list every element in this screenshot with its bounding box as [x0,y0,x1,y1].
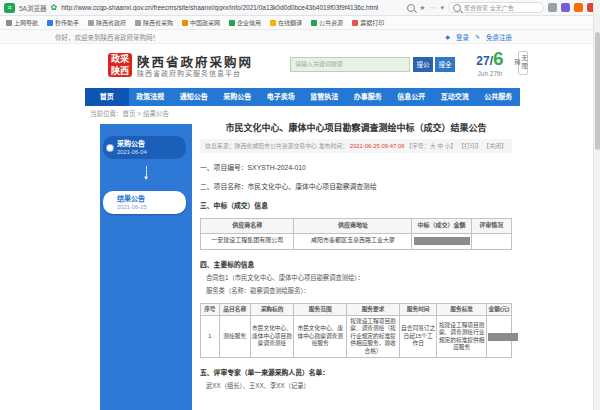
review-cell [471,234,511,249]
nav-item[interactable]: 信息公开 [390,88,434,106]
timeline-step-label: 采购公告 [117,139,182,148]
nav-item[interactable]: 互动交流 [433,88,477,106]
site-logo-text2: 陕西 [108,65,132,77]
accessibility-toggle[interactable]: 无障碍 [518,51,528,75]
timeline-step-result-notice[interactable]: 结果公告 2021-06-25 [103,191,186,214]
section-project-number: 一、项目编号：SXYSTH-2024-010 [200,162,512,172]
nav-item[interactable]: 政策法规 [129,88,173,106]
browser-logo-icon[interactable]: ≡ [4,3,15,13]
bookmark-item[interactable]: 企业信用 [229,18,261,27]
nav-item[interactable]: 电子卖场 [259,88,303,106]
site-search-input[interactable]: 请输入关键词搜索 [290,57,410,72]
font-size-control[interactable]: 【字号：大 中 小】 [406,143,456,149]
nav-item[interactable]: 监管执法 [303,88,347,106]
register-link[interactable]: 免费注册 [486,32,512,42]
nav-item[interactable]: 通知公告 [172,88,216,106]
bookmark-label: 在线翻译 [278,18,302,27]
subject-table-header-cell: 金额(元) [487,303,512,315]
site-logo-text1: 政采 [108,53,132,65]
meta-time-label: 发布时间： [319,143,348,149]
scrollbar-thumb[interactable] [595,32,600,150]
bookmark-item[interactable]: 秒传助手 [47,18,79,27]
url-bar[interactable]: http://www.ccgp-shaanxi.gov.cn/freecms/s… [61,4,403,11]
subject-table-header-cell: 服务范围 [294,303,347,315]
dropdown-chevron-icon[interactable]: ▾ [440,4,444,12]
extension-orange-icon[interactable] [574,3,583,12]
site-header: 政采 陕西 陕西省政府采购网 陕西省政府购买服务信息平台 请输入关键词搜索 搜公… [85,44,520,88]
contract-package-line: 合同包1（市民文化中心、康体中心项目勘察调查测绘）： [200,273,512,282]
bookmark-favicon [311,20,317,26]
user-icon: ◆ [445,33,450,40]
bookmark-item[interactable]: 公共资源 [311,18,343,27]
award-table-header-cell: 供应商地址 [294,219,412,234]
bookmark-label: 公共资源 [319,18,343,27]
bookmark-item[interactable]: 陕西省政府 [88,18,126,27]
subject-table-header-cell: 采购标的 [250,303,294,315]
search-fulltext-button[interactable]: 搜全文 [435,57,455,72]
browser-toolbar: ≡ 5A浏览器 ✿ http://www.ccgp-shaanxi.gov.cn… [0,0,600,16]
site-logo: 政采 陕西 [108,53,132,77]
search-icon[interactable] [407,4,415,12]
extension-purple-icon[interactable] [561,3,570,12]
print-button[interactable]: 【打印】 [458,143,482,149]
bookmark-item[interactable]: 在线翻译 [270,18,302,27]
bookmark-item[interactable]: 上网导航 [6,18,38,27]
bookmark-label: 企业信用 [237,18,261,27]
award-table-header-row: 供应商名称供应商地址中标（成交）金额评审情况 [201,219,512,234]
date-month: 6 [493,48,504,69]
redacted-amount [414,237,470,245]
award-table-header-cell: 供应商名称 [201,219,294,234]
redacted-amount [488,333,518,341]
subject-table-header-cell: 服务要求 [347,303,400,315]
register-icon: ✎ [475,33,480,40]
login-link[interactable]: 登录 [456,32,469,42]
bookmark-item[interactable]: 中国政采网 [182,18,220,27]
nav-item[interactable]: 采购公告 [216,88,260,106]
timeline-connector: ▼ [100,165,192,181]
amount-cell [487,315,512,357]
award-amount-cell [412,234,471,249]
timeline-sidebar: 采购公告 2021-06-04 ▼ 结果公告 2021-06-25 [100,124,192,410]
search-notice-button[interactable]: 搜公告 [413,57,433,72]
service-scope-cell: 市民文化中心、康体中心勘察调查测绘服务 [294,315,347,357]
meta-source: 信息来源：陕西省咸阳市公共资源交易中心 [205,143,317,149]
procurement-target-cell: 市民文化中心、康体中心项目勘察调查测绘 [250,315,294,357]
timeline-step-label: 结果公告 [117,194,182,203]
announcement-article: 市民文化中心、康体中心项目勘察调查测绘中标（成交）结果公告 信息来源：陕西省咸阳… [200,122,512,390]
timeline-step-purchase-notice[interactable]: 采购公告 2021-06-04 [103,136,186,159]
extension-clipper-icon[interactable] [548,3,557,12]
page-scrollbar[interactable] [593,0,600,410]
bookmark-favicon [135,20,141,26]
award-table-header-cell: 中标（成交）金额 [412,219,471,234]
site-security-icon[interactable]: ✿ [50,3,57,13]
section-award-info-heading: 三、中标（成交）信息 [200,200,512,210]
nav-item[interactable]: 公共服务 [477,88,521,106]
service-time-cell: 自合同签订之日起15个工作日 [400,315,437,357]
article-meta-bar: 信息来源：陕西省咸阳市公共资源交易中心 发布时间： 2021-06-25 09:… [200,139,512,153]
favorite-star-icon[interactable]: ★ [419,4,425,12]
subject-table-header-row: 序号品目名称采购标的服务范围服务要求服务时间服务标准金额(元) [201,303,512,315]
bookmark-label: 陕西省政府 [96,18,126,27]
award-table-data-row: 一安建设工程集团有限公司 咸阳市秦都区玉泉西路工业大厦 [201,234,512,249]
subject-table-header-cell: 序号 [201,303,220,315]
browser-logo-label: 5A浏览器 [19,3,46,13]
more-menu-icon[interactable]: ⋯ [429,4,436,12]
bookmark-favicon [47,20,53,26]
close-button[interactable]: 【关闭】 [483,143,507,149]
nav-item[interactable]: 首页 [85,88,129,106]
section-main-subject-heading: 四、主要标的信息 [200,259,512,269]
main-nav: 首页 政策法规 通知公告 采购公告 电子卖场 监管执法 办事服务 信息公开 互动… [85,88,520,106]
quick-search-box[interactable]: 聚合搜索 全无广告 [448,2,544,13]
service-standard-cell: 按建设工程项目勘察、调查测绘行业规定的标准提供相应服务 [437,315,487,357]
award-table-header-cell: 评审情况 [471,219,511,234]
bookmark-label: 秒传助手 [55,18,79,27]
bookmark-label: 票据打印 [360,18,384,27]
bookmark-favicon [88,20,94,26]
quick-search-icon [453,4,461,12]
experts-list: 武XX（组长）、王XX、李XX（记录） [200,381,512,390]
bookmark-item[interactable]: 陕西省采购 [135,18,173,27]
bookmarks-bar: 上网导航 秒传助手 陕西省政府 陕西省采购 中国政采网 企业信用 在线翻译 [0,16,600,30]
nav-item[interactable]: 办事服务 [346,88,390,106]
bookmark-item[interactable]: 票据打印 [352,18,384,27]
breadcrumb: 当前位置：首页 > 结果公告 [90,108,169,118]
